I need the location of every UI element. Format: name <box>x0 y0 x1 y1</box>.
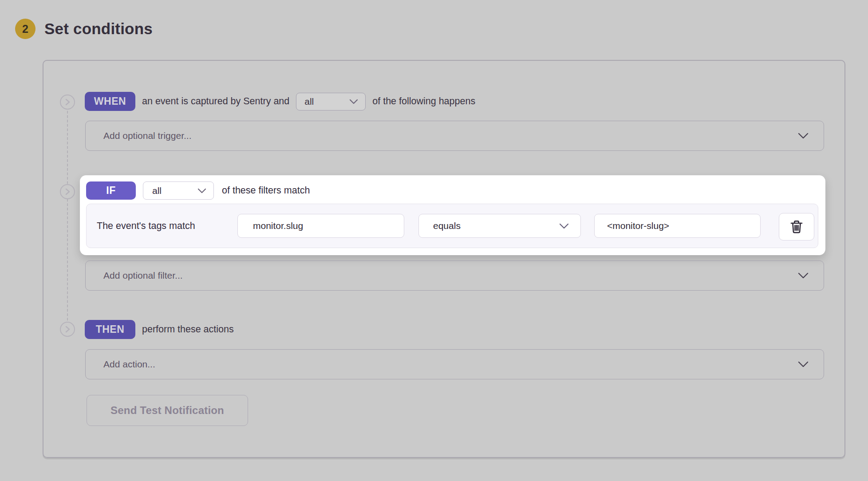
then-text-after: perform these actions <box>142 324 234 335</box>
chevron-down-icon <box>798 361 809 367</box>
add-optional-trigger-select[interactable]: Add optional trigger... <box>85 121 824 151</box>
add-action-placeholder: Add action... <box>103 359 155 370</box>
alert-rule-builder: 2 Set conditions WHEN an event is captur… <box>0 0 868 481</box>
page-title: Set conditions <box>44 20 153 38</box>
if-badge: IF <box>86 181 136 200</box>
if-step-chevron-icon <box>60 184 75 199</box>
if-row: IF all of these filters match <box>86 181 310 200</box>
filter-operator-value: equals <box>433 221 461 231</box>
conditions-panel: WHEN an event is captured by Sentry and … <box>43 60 845 458</box>
when-text-after: of the following happens <box>372 96 475 107</box>
chevron-down-icon <box>798 272 809 279</box>
filter-key-input[interactable] <box>237 214 404 238</box>
chevron-down-icon <box>559 223 569 229</box>
filter-label: The event's tags match <box>97 204 195 248</box>
section-header: 2 Set conditions <box>15 19 153 39</box>
filter-condition-row: The event's tags match equals <box>86 204 818 248</box>
if-filter-card: IF all of these filters match The event'… <box>80 175 825 255</box>
if-text-after: of these filters match <box>222 185 310 196</box>
then-row: THEN perform these actions <box>85 320 234 339</box>
when-match-select-value: all <box>304 96 314 107</box>
filter-value-input[interactable] <box>594 214 761 238</box>
chevron-down-icon <box>349 99 358 104</box>
add-optional-filter-placeholder: Add optional filter... <box>103 270 183 281</box>
when-step-chevron-icon <box>60 95 75 110</box>
step-connector-line <box>67 102 68 329</box>
send-test-notification-button[interactable]: Send Test Notification <box>87 395 248 426</box>
then-badge: THEN <box>85 320 135 339</box>
when-match-select[interactable]: all <box>296 93 366 110</box>
chevron-down-icon <box>798 133 809 139</box>
chevron-down-icon <box>197 188 206 193</box>
add-action-select[interactable]: Add action... <box>85 349 824 379</box>
trash-icon <box>790 220 803 234</box>
when-row: WHEN an event is captured by Sentry and … <box>85 92 475 111</box>
if-match-select[interactable]: all <box>143 181 214 200</box>
add-optional-filter-select[interactable]: Add optional filter... <box>85 260 824 291</box>
filter-operator-select[interactable]: equals <box>418 214 581 238</box>
step-number-badge: 2 <box>15 19 36 39</box>
if-match-select-value: all <box>152 185 162 196</box>
when-text-before: an event is captured by Sentry and <box>142 96 289 107</box>
when-badge: WHEN <box>85 92 135 111</box>
then-step-chevron-icon <box>60 322 75 337</box>
add-optional-trigger-placeholder: Add optional trigger... <box>103 130 191 141</box>
step-number: 2 <box>22 23 28 35</box>
delete-filter-button[interactable] <box>779 213 814 240</box>
